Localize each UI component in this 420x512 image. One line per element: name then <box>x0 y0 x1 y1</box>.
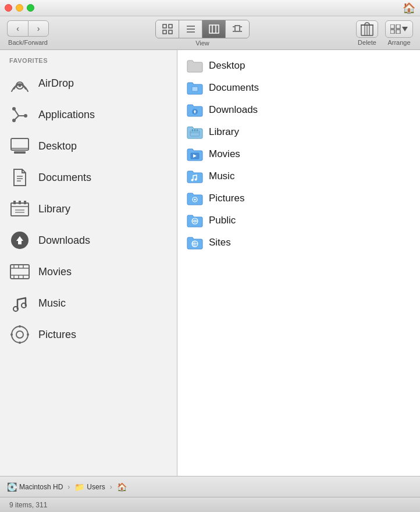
delete-label: Delete <box>358 39 376 46</box>
file-name-public: Public <box>209 215 236 226</box>
file-row-downloads[interactable]: Downloads <box>177 99 420 121</box>
file-name-desktop: Desktop <box>209 60 245 72</box>
sidebar-label-documents: Documents <box>38 172 91 184</box>
svg-rect-44 <box>24 201 26 204</box>
file-name-music: Music <box>209 170 234 182</box>
file-row-library[interactable]: Library <box>177 121 420 143</box>
file-row-movies[interactable]: Movies <box>177 143 420 165</box>
svg-point-31 <box>12 119 16 122</box>
users-label: Users <box>87 483 105 491</box>
sidebar-label-downloads: Downloads <box>38 234 90 247</box>
folder-icon-documents <box>187 80 203 96</box>
svg-rect-21 <box>396 24 400 29</box>
file-row-public[interactable]: Public <box>177 209 420 232</box>
svg-rect-1 <box>169 24 172 28</box>
arrange-icon-area <box>385 20 413 38</box>
svg-rect-72 <box>194 129 195 131</box>
file-row-documents[interactable]: Documents <box>177 77 420 99</box>
list-view-btn[interactable] <box>179 20 202 38</box>
svg-point-76 <box>191 179 194 182</box>
maximize-button[interactable] <box>27 4 34 12</box>
sidebar-label-movies: Movies <box>38 266 72 278</box>
svg-rect-2 <box>163 30 166 34</box>
sidebar-label-desktop: Desktop <box>38 140 77 152</box>
sidebar-item-pictures[interactable]: Pictures <box>0 319 177 350</box>
file-name-documents: Documents <box>209 82 259 94</box>
view-label: View <box>195 40 209 47</box>
svg-point-30 <box>12 107 16 111</box>
sidebar-label-library: Library <box>38 203 70 215</box>
sidebar-label-airdrop: AirDrop <box>38 77 74 90</box>
sidebar-item-downloads[interactable]: Downloads <box>0 225 177 256</box>
folder-icon-pictures <box>187 190 203 207</box>
svg-rect-43 <box>19 201 21 204</box>
sidebar-item-airdrop[interactable]: AirDrop <box>0 67 177 99</box>
file-panel: Desktop Documents <box>177 50 420 476</box>
documents-icon <box>9 167 30 188</box>
sidebar-label-applications: Applications <box>38 109 95 121</box>
svg-point-32 <box>24 114 27 118</box>
breadcrumb-users[interactable]: 📁 Users <box>74 482 105 492</box>
svg-rect-36 <box>14 151 26 154</box>
back-button[interactable]: ‹ <box>7 20 28 37</box>
file-row-desktop[interactable]: Desktop <box>177 55 420 77</box>
folder-icon-music <box>187 168 203 184</box>
svg-rect-66 <box>192 87 198 91</box>
folder-icon-public <box>187 212 203 229</box>
file-row-sites[interactable]: Sites <box>177 232 420 254</box>
svg-rect-3 <box>169 30 172 34</box>
svg-point-63 <box>19 342 21 344</box>
folder-icon-sites <box>187 234 203 251</box>
breadcrumb-home[interactable]: 🏠 <box>117 482 127 492</box>
bottom-status-bar: 9 items, 311 <box>0 497 420 512</box>
file-name-movies: Movies <box>209 148 240 160</box>
sidebar-item-desktop[interactable]: Desktop <box>0 130 177 162</box>
breadcrumb-hd[interactable]: 💽 Macintosh HD <box>7 482 63 492</box>
close-button[interactable] <box>5 4 12 12</box>
arrange-label: Arrange <box>387 39 410 46</box>
minimize-button[interactable] <box>16 4 23 12</box>
svg-point-60 <box>12 326 28 343</box>
users-folder-icon: 📁 <box>74 482 84 492</box>
svg-point-77 <box>195 179 197 181</box>
sidebar-item-documents[interactable]: Documents <box>0 162 177 193</box>
breadcrumb-sep-2: › <box>110 483 112 491</box>
arrange-action[interactable]: Arrange <box>385 20 413 46</box>
sidebar-label-music: Music <box>38 297 66 310</box>
favorites-header: Favorites <box>0 55 177 67</box>
nav-label: Back/Forward <box>8 39 48 46</box>
folder-icon-downloads <box>187 102 203 118</box>
sidebar-item-applications[interactable]: Applications <box>0 99 177 130</box>
movies-icon <box>9 261 30 282</box>
svg-point-65 <box>27 333 29 336</box>
home-icon: 🏠 <box>403 2 415 15</box>
coverflow-view-btn[interactable] <box>226 20 249 38</box>
applications-icon <box>9 104 30 125</box>
file-name-library: Library <box>209 126 239 138</box>
svg-rect-40 <box>11 203 29 216</box>
svg-rect-49 <box>10 265 29 279</box>
svg-rect-20 <box>390 24 394 29</box>
breadcrumb: 💽 Macintosh HD › 📁 Users › 🏠 <box>7 482 413 492</box>
toolbar: ‹ › Back/Forward View Delete <box>0 16 420 50</box>
sidebar-label-pictures: Pictures <box>38 329 76 341</box>
svg-point-26 <box>19 84 22 87</box>
main-content: Favorites AirDrop <box>0 50 420 476</box>
svg-rect-10 <box>235 26 240 31</box>
file-row-pictures[interactable]: Pictures <box>177 187 420 209</box>
file-row-music[interactable]: Music <box>177 165 420 187</box>
svg-rect-23 <box>396 30 400 34</box>
svg-rect-22 <box>390 30 394 34</box>
sidebar-item-movies[interactable]: Movies <box>0 256 177 287</box>
downloads-icon <box>9 230 30 251</box>
delete-action[interactable]: Delete <box>356 20 378 46</box>
forward-button[interactable]: › <box>28 20 49 37</box>
sidebar: Favorites AirDrop <box>0 50 177 476</box>
icon-view-btn[interactable] <box>156 20 179 38</box>
column-view-btn[interactable] <box>202 20 226 38</box>
sidebar-item-music[interactable]: Music <box>0 287 177 319</box>
status-bar: 💽 Macintosh HD › 📁 Users › 🏠 <box>0 476 420 497</box>
title-bar: 🏠 <box>0 0 420 16</box>
folder-icon-library <box>187 124 203 140</box>
sidebar-item-library[interactable]: Library <box>0 193 177 225</box>
